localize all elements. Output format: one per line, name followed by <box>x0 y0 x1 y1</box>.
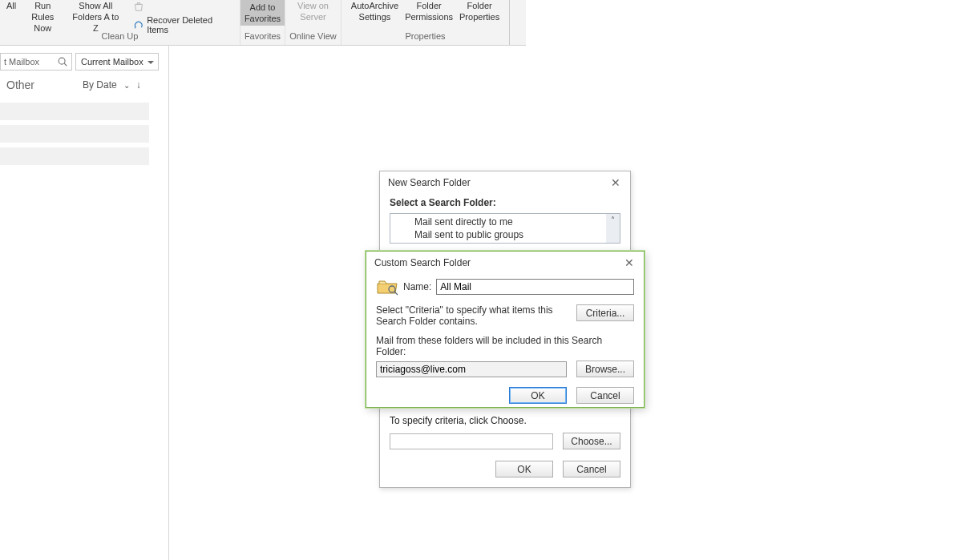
run-rules-now-button[interactable]: Run Rules Now <box>19 0 66 34</box>
label: Favorites <box>245 13 281 24</box>
label <box>10 11 13 22</box>
dialog-titlebar: Custom Search Folder ✕ <box>366 252 644 274</box>
cancel-button[interactable]: Cancel <box>563 461 620 477</box>
search-folder-list[interactable]: Mail sent directly to me Mail sent to pu… <box>390 213 620 244</box>
add-to-favorites-button[interactable]: Add to Favorites <box>240 0 285 26</box>
folders-text: Mail from these folders will be included… <box>376 335 634 357</box>
ok-button[interactable]: OK <box>509 387 567 404</box>
search-scope-dropdown[interactable]: Current Mailbox <box>75 53 159 71</box>
label: Recover Deleted Items <box>147 15 234 34</box>
scroll-up-icon[interactable]: ˄ <box>606 214 620 243</box>
group-label: Properties <box>405 28 445 42</box>
list-item[interactable] <box>0 103 149 120</box>
folder-permissions-button[interactable]: Folder Permissions <box>402 0 456 22</box>
custom-search-folder-dialog: Custom Search Folder ✕ Name: Select "Cri… <box>366 251 645 408</box>
all-button[interactable]: All <box>3 0 19 22</box>
autoarchive-settings-button[interactable]: AutoArchive Settings <box>348 0 402 22</box>
message-tabs: Other By Date ⌄ ↓ <box>6 79 141 91</box>
search-row: Current Mailbox <box>0 52 159 71</box>
label: Current Mailbox <box>81 57 143 66</box>
close-icon[interactable]: ✕ <box>608 176 624 189</box>
label: Run Rules <box>22 0 63 22</box>
group-label: Online View <box>289 28 337 42</box>
label: Settings <box>359 11 391 22</box>
ribbon-group-cleanup: All Run Rules Now Show All Folders A to … <box>0 0 240 45</box>
svg-point-0 <box>59 58 65 64</box>
close-icon[interactable]: ✕ <box>621 256 637 269</box>
choose-button[interactable]: Choose... <box>563 433 620 449</box>
label: Folder <box>416 0 441 11</box>
ribbon-group-onlineview: View on Server Online View <box>285 0 342 45</box>
folder-properties-button[interactable]: Folder Properties <box>456 0 503 22</box>
list-item[interactable]: Mail sent to public groups <box>390 228 606 241</box>
sort-by-date[interactable]: By Date <box>83 79 117 91</box>
label: Properties <box>459 11 499 22</box>
ok-button[interactable]: OK <box>495 461 553 477</box>
pane-divider[interactable] <box>168 46 169 560</box>
chevron-down-icon[interactable]: ⌄ <box>123 81 130 90</box>
label: Folder <box>467 0 492 11</box>
label: All <box>6 0 16 11</box>
criteria-button[interactable]: Criteria... <box>576 304 634 321</box>
label: View on <box>297 0 329 11</box>
folders-path-input <box>376 361 567 377</box>
dialog-title: New Search Folder <box>388 177 471 188</box>
list-item[interactable] <box>0 147 149 165</box>
heading: Select a Search Folder: <box>390 197 620 208</box>
label: Server <box>300 11 325 22</box>
criteria-display <box>390 433 553 449</box>
name-label: Name: <box>403 281 431 292</box>
message-list <box>0 103 149 170</box>
recover-deleted-button[interactable]: Recover Deleted Items <box>131 14 237 35</box>
browse-button[interactable]: Browse... <box>576 361 634 377</box>
svg-line-1 <box>64 63 67 66</box>
group-label: Favorites <box>245 28 281 42</box>
label: Show All <box>79 0 112 11</box>
label: AutoArchive <box>351 0 398 11</box>
specify-label: To specify criteria, click Choose. <box>390 415 620 426</box>
list-item[interactable]: Mail sent directly to me <box>390 216 606 228</box>
list-item[interactable] <box>0 125 149 143</box>
dialog-titlebar: New Search Folder ✕ <box>380 171 630 194</box>
cancel-button[interactable]: Cancel <box>576 387 634 404</box>
label: Add to <box>250 2 276 13</box>
label: Now <box>34 22 51 34</box>
ribbon-group-properties: AutoArchive Settings Folder Permissions … <box>342 0 510 45</box>
group-label: Clean Up <box>102 28 139 42</box>
sort-direction-icon[interactable]: ↓ <box>136 79 141 91</box>
delete-icon <box>133 1 144 12</box>
delete-all-button[interactable]: Delete All <box>131 0 237 13</box>
ribbon-group-favorites: Add to Favorites Favorites <box>240 0 285 45</box>
search-folder-icon <box>376 277 398 296</box>
tab-other[interactable]: Other <box>6 79 34 91</box>
search-icon[interactable] <box>57 56 68 67</box>
dialog-title: Custom Search Folder <box>374 257 471 268</box>
criteria-text: Select "Criteria" to specify what items … <box>376 304 567 327</box>
name-input[interactable] <box>436 279 634 295</box>
label: Permissions <box>405 11 453 22</box>
ribbon: All Run Rules Now Show All Folders A to … <box>0 0 526 46</box>
view-on-server-button: View on Server <box>294 0 332 22</box>
